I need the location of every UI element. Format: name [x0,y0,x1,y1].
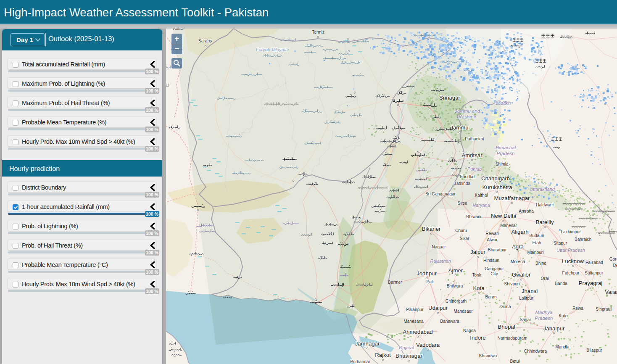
svg-text:Nagda: Nagda [463,328,476,333]
svg-text:Indore: Indore [470,335,485,341]
svg-text:Jaipur: Jaipur [470,249,486,255]
svg-text:Haldwani: Haldwani [536,203,554,207]
svg-text:Faizabad: Faizabad [585,260,603,265]
svg-text:Banda: Banda [555,281,567,286]
svg-text:Bikaner: Bikaner [422,226,441,232]
svg-text:Shivpuri: Shivpuri [504,282,520,286]
svg-text:Fatehpur: Fatehpur [562,271,580,275]
svg-text:Vadodara: Vadodara [416,342,440,348]
svg-text:Bhind: Bhind [535,261,546,266]
svg-text:Barmer: Barmer [388,280,402,285]
svg-text:De: De [613,263,617,268]
svg-text:Bathinda: Bathinda [454,181,471,186]
svg-text:City: City [490,272,498,276]
svg-text:Himachal: Himachal [496,145,516,150]
svg-text:Pali: Pali [427,280,434,284]
svg-text:Pradesh: Pradesh [497,151,515,156]
svg-text:Udaipur: Udaipur [428,305,448,311]
svg-text:Shimla: Shimla [495,162,508,166]
svg-text:Srinagar: Srinagar [439,95,460,101]
svg-text:Jamnagar: Jamnagar [355,340,380,347]
svg-text:Manesar: Manesar [500,223,517,228]
svg-text:Sagar: Sagar [519,317,531,322]
svg-text:Bahraich: Bahraich [575,237,591,242]
svg-text:Chhindwara: Chhindwara [524,349,547,353]
svg-text:Lalitpur: Lalitpur [519,296,533,301]
svg-text:Bareilly: Bareilly [535,219,554,225]
svg-text:Gujarat: Gujarat [399,345,414,350]
svg-text:Gwalior: Gwalior [512,272,531,278]
svg-text:New Delhi: New Delhi [491,213,516,219]
svg-text:Bhavnagar: Bhavnagar [396,353,422,359]
svg-text:Foryob Viloyati /: Foryob Viloyati / [256,47,290,52]
svg-text:Jhansi: Jhansi [522,288,538,294]
svg-text:Termiz: Termiz [312,30,324,34]
svg-text:Agra: Agra [512,243,524,250]
svg-text:Mandsaur: Mandsaur [454,309,473,314]
svg-text:Rajkot: Rajkot [375,352,391,358]
svg-text:Haryana: Haryana [472,203,490,208]
svg-text:Kurukshetra: Kurukshetra [482,184,512,190]
svg-text:Morena: Morena [511,259,525,264]
svg-text:Sirsa: Sirsa [457,201,467,206]
svg-text:Punjab: Punjab [467,166,482,171]
svg-text:Alwar: Alwar [487,237,498,242]
svg-text:Guna: Guna [501,304,511,309]
svg-text:Nagaur: Nagaur [432,245,446,249]
svg-text:Betul: Betul [510,359,519,364]
svg-text:Ajmer: Ajmer [448,267,463,274]
svg-text:Sultanpur: Sultanpur [585,271,603,275]
svg-text:Narmadapuram: Narmadapuram [498,336,527,340]
svg-text:Jammu: Jammu [450,124,468,131]
svg-text:Aligarh: Aligarh [511,229,528,235]
svg-text:Kota: Kota [473,285,485,291]
svg-text:Rewari: Rewari [485,231,499,236]
svg-text:Sarahs: Sarahs [198,39,212,43]
svg-text:Bhopal: Bhopal [498,324,515,330]
svg-text:Khandwa: Khandwa [479,353,497,358]
svg-text:Pradesh: Pradesh [535,316,553,321]
svg-text:Chandigarh: Chandigarh [481,175,510,182]
svg-text:Lakhimpur: Lakhimpur [561,229,581,234]
svg-text:Chittorgarh: Chittorgarh [446,299,467,303]
svg-text:Sitapur: Sitapur [554,241,567,245]
svg-text:Jammu and: Jammu and [454,108,480,113]
svg-text:Kashmir: Kashmir [459,114,477,119]
svg-text:Hindaun: Hindaun [483,258,499,263]
svg-text:Baran: Baran [485,295,496,299]
svg-text:Rewa: Rewa [572,306,583,311]
svg-text:Bharatpur: Bharatpur [488,248,507,252]
svg-text:Jabalpur: Jabalpur [543,325,565,332]
svg-text:Uttar Pradesh: Uttar Pradesh [556,248,585,253]
svg-text:Ahmedabad: Ahmedabad [403,329,432,335]
svg-text:Madhya: Madhya [535,310,553,315]
svg-text:Etah: Etah [533,240,541,245]
svg-text:Gora: Gora [609,257,617,261]
svg-text:Palanpur: Palanpur [406,307,424,312]
svg-text:Budaun: Budaun [529,233,544,238]
svg-text:Uttarakhand: Uttarakhand [530,187,555,192]
svg-text:Mandla: Mandla [555,345,570,349]
svg-text:Rajasthan: Rajasthan [430,258,451,264]
svg-text:Muzaffarnagar: Muzaffarnagar [494,195,530,201]
svg-text:Churu: Churu [455,228,467,233]
svg-text:Bilaspur: Bilaspur [587,348,602,353]
svg-text:Singrauli: Singrauli [596,307,612,311]
svg-text:Amritsar: Amritsar [461,152,483,158]
svg-text:Pathankot: Pathankot [465,137,484,141]
svg-text:Lucknow: Lucknow [562,258,584,264]
svg-text:Orai: Orai [541,276,548,281]
svg-text:Ladakh: Ladakh [496,100,511,106]
svg-text:Katni: Katni [559,314,568,318]
svg-text:Sikar: Sikar [459,236,469,241]
svg-text:Faridkot: Faridkot [460,174,476,179]
svg-text:Sri Ganganagar: Sri Ganganagar [425,192,456,196]
svg-text:Gangapur: Gangapur [485,266,504,271]
svg-text:Porbandar: Porbandar [350,359,370,364]
svg-text:Prayagraj: Prayagraj [579,280,603,286]
svg-text:Jodhpur: Jodhpur [417,270,437,277]
svg-text:Kaithal: Kaithal [475,193,488,198]
svg-text:Tonk: Tonk [472,273,481,277]
svg-text:Banswara: Banswara [440,319,459,324]
svg-text:Mainpuri: Mainpuri [527,250,543,255]
